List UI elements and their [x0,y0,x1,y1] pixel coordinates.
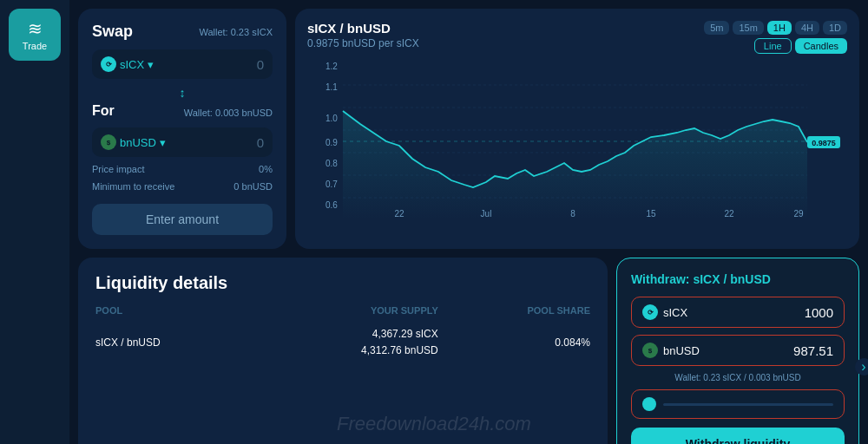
for-token-chevron: ▾ [160,136,166,149]
price-impact-label: Price impact [92,164,145,174]
enter-amount-button[interactable]: Enter amount [92,204,273,235]
sicx-icon: ⟳ [101,56,116,72]
svg-text:29: 29 [793,209,804,219]
withdraw-sicx-name: sICX [663,306,687,319]
chart-panel: sICX / bnUSD 0.9875 bnUSD per sICX 5m 15… [295,9,859,249]
table-row: sICX / bnUSD 4,367.29 sICX 4,312.76 bnUS… [95,323,590,362]
chart-svg-container: 1.2 1.1 1.0 0.9 0.8 0.7 0.6 [307,59,847,224]
chart-title: sICX / bnUSD [307,21,419,36]
svg-text:22: 22 [724,209,734,219]
swap-title: Swap [92,23,133,41]
for-amount[interactable]: 0 [166,135,264,150]
from-token-name: sICX [120,58,144,71]
slider-dot [642,397,656,411]
chart-header: sICX / bnUSD 0.9875 bnUSD per sICX 5m 15… [307,21,847,54]
svg-marker-14 [343,111,807,219]
swap-panel: Swap Wallet: 0.23 sICX ⟳ sICX ▾ 0 ↕ For … [78,9,286,249]
svg-text:0.8: 0.8 [326,159,338,168]
sidebar: ≋ Trade [0,0,69,444]
bnusd-icon: $ [101,134,116,150]
view-candles-button[interactable]: Candles [795,38,847,54]
time-btn-1d[interactable]: 1D [823,21,847,35]
liquidity-title: Liquidity details [95,273,590,293]
withdraw-bnusd-selector[interactable]: $ bnUSD [642,343,700,358]
withdraw-sicx-selector[interactable]: ⟳ sICX [642,304,687,320]
for-token-selector[interactable]: $ bnUSD ▾ [101,134,166,150]
swap-wallet-info: Wallet: 0.23 sICX [199,27,273,37]
withdraw-bnusd-amount: 987.51 [793,343,833,358]
svg-text:0.6: 0.6 [326,200,338,210]
withdraw-slider-row[interactable] [631,389,845,419]
from-token-selector[interactable]: ⟳ sICX ▾ [101,56,161,72]
for-token-row: $ bnUSD ▾ 0 [92,127,273,157]
row-supply: 4,367.29 sICX 4,312.76 bnUSD [252,323,437,362]
chevron-right-icon[interactable]: › [855,358,868,375]
withdraw-wallet-info: Wallet: 0.23 sICX / 0.003 bnUSD [631,373,845,382]
col-share: POOL SHARE [438,305,590,323]
svg-text:0.7: 0.7 [326,180,338,189]
min-receive-row: Minimum to receive 0 bnUSD [92,181,273,192]
chart-info: sICX / bnUSD 0.9875 bnUSD per sICX [307,21,419,49]
trade-button[interactable]: ≋ Trade [9,9,61,61]
view-buttons: Line Candles [754,38,847,54]
withdraw-panel: Withdraw: sICX / bnUSD ⟳ sICX 1000 $ bnU… [616,258,859,444]
col-pool: POOL [95,305,252,323]
for-header: For Wallet: 0.003 bnUSD [92,103,273,122]
chart-subtitle: 0.9875 bnUSD per sICX [307,37,419,49]
trade-label: Trade [23,41,47,51]
svg-text:22: 22 [394,209,404,219]
main-content: Swap Wallet: 0.23 sICX ⟳ sICX ▾ 0 ↕ For … [69,0,868,444]
withdraw-bnusd-row: $ bnUSD 987.51 [631,335,845,366]
from-token-row: ⟳ sICX ▾ 0 [92,49,273,79]
price-impact-value: 0% [259,164,273,174]
svg-text:1.2: 1.2 [326,62,338,71]
slider-track [663,403,833,406]
top-section: Swap Wallet: 0.23 sICX ⟳ sICX ▾ 0 ↕ For … [78,9,859,249]
svg-text:8: 8 [570,209,575,219]
svg-text:1.1: 1.1 [326,82,338,92]
for-token-name: bnUSD [120,136,156,149]
swap-header: Swap Wallet: 0.23 sICX [92,23,273,41]
withdraw-title: Withdraw: sICX / bnUSD [631,272,845,286]
time-buttons: 5m 15m 1H 4H 1D [704,21,847,35]
svg-text:Jul: Jul [481,209,492,219]
withdraw-sicx-row: ⟳ sICX 1000 [631,297,845,328]
withdraw-title-pair: sICX / bnUSD [693,272,770,286]
time-btn-5m[interactable]: 5m [704,21,729,35]
row-share: 0.084% [438,323,590,362]
withdraw-sicx-icon: ⟳ [642,304,658,320]
arrows-icon: ↕ [180,86,186,100]
chart-controls: 5m 15m 1H 4H 1D Line Candles [704,21,847,54]
from-token-chevron: ▾ [148,58,154,71]
bottom-section: Liquidity details POOL YOUR SUPPLY POOL … [78,258,859,444]
withdraw-bnusd-name: bnUSD [663,344,700,357]
col-supply: YOUR SUPPLY [252,305,437,323]
view-line-button[interactable]: Line [754,38,792,54]
swap-arrows[interactable]: ↕ [92,86,273,100]
time-btn-4h[interactable]: 4H [795,21,819,35]
time-btn-1h[interactable]: 1H [767,21,792,35]
liquidity-table: POOL YOUR SUPPLY POOL SHARE sICX / bnUSD… [95,305,590,362]
withdraw-title-prefix: Withdraw: [631,272,693,286]
supply-line2: 4,312.76 bnUSD [252,343,437,359]
chart-svg: 1.2 1.1 1.0 0.9 0.8 0.7 0.6 [307,59,847,219]
withdraw-bnusd-icon: $ [642,343,658,358]
svg-text:0.9875: 0.9875 [812,139,836,147]
svg-text:0.9: 0.9 [326,138,338,147]
withdraw-liquidity-button[interactable]: Withdraw liquidity [631,428,845,444]
trade-icon: ≋ [28,18,43,39]
for-wallet-info: Wallet: 0.003 bnUSD [184,108,273,118]
time-btn-15m[interactable]: 15m [733,21,763,35]
min-receive-value: 0 bnUSD [233,181,273,192]
row-pool: sICX / bnUSD [95,323,252,362]
svg-text:15: 15 [646,209,656,219]
liquidity-panel: Liquidity details POOL YOUR SUPPLY POOL … [78,258,608,444]
withdraw-sicx-amount: 1000 [805,305,833,320]
supply-line1: 4,367.29 sICX [252,326,437,343]
price-impact-row: Price impact 0% [92,164,273,174]
svg-text:1.0: 1.0 [326,114,338,123]
min-receive-label: Minimum to receive [92,181,174,192]
for-label: For [92,103,115,119]
from-amount[interactable]: 0 [161,57,264,72]
